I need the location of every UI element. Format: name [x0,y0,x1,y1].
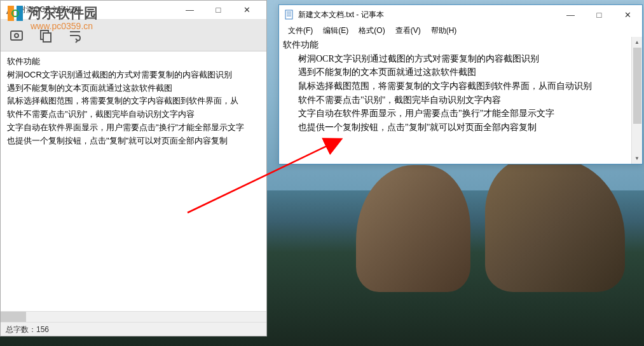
close-button[interactable]: ✕ [613,6,642,24]
ocr-line: 遇到不能复制的文本页面就通过这款软件截图 [7,82,260,95]
vertical-scrollbar[interactable]: ▲ ▼ [631,37,642,164]
np-line: 文字自动在软件界面显示，用户需要点击"换行"才能全部显示文字 [283,107,638,121]
ocr-toolbar [1,20,266,51]
svg-rect-5 [285,10,292,19]
menu-view[interactable]: 查看(V) [390,24,426,37]
ocr-line: 树洞OCR文字识别通过截图的方式对需要复制的内容截图识别 [7,69,260,82]
scrollbar-thumb[interactable] [633,48,641,124]
menu-format[interactable]: 格式(O) [353,24,390,37]
scroll-down-icon[interactable]: ▼ [632,153,642,164]
ocr-line: 文字自动在软件界面显示，用户需要点击"换行"才能全部显示文字 [7,121,260,135]
wrap-button[interactable] [62,22,88,49]
np-heading: 软件功能 [283,38,638,52]
horizontal-scrollbar[interactable] [1,311,266,322]
svg-point-2 [15,34,18,37]
notepad-text-area[interactable]: 软件功能 树洞OCR文字识别通过截图的方式对需要复制的内容截图识别 遇到不能复制… [279,37,642,164]
ocr-line: 鼠标选择截图范围，将需要复制的文字内容截图到软件界面，从 [7,95,260,108]
np-line: 树洞OCR文字识别通过截图的方式对需要复制的内容截图识别 [283,52,638,66]
minimize-button[interactable]: — [175,1,204,19]
screenshot-icon [9,28,24,43]
copy-button[interactable] [32,22,59,49]
notepad-titlebar[interactable]: 新建文本文档.txt - 记事本 — □ ✕ [279,5,642,24]
maximize-button[interactable]: □ [585,6,613,24]
minimize-button[interactable]: — [556,6,585,24]
scrollbar-thumb[interactable] [1,312,26,322]
menu-help[interactable]: 帮助(H) [426,24,462,37]
close-button[interactable]: ✕ [233,1,261,19]
word-count-value: 156 [36,325,49,334]
np-line: 鼠标选择截图范围，将需要复制的文字内容截图到软件界面，从而自动识别 [283,79,638,93]
notepad-window-title: 新建文本文档.txt - 记事本 [298,10,556,20]
np-line: 也提供一个复制按钮，点击"复制"就可以对页面全部内容复制 [283,121,638,135]
notepad-window: 新建文本文档.txt - 记事本 — □ ✕ 文件(F) 编辑(E) 格式(O)… [278,4,643,164]
menu-file[interactable]: 文件(F) [283,24,318,37]
screenshot-button[interactable] [3,22,30,49]
notepad-menubar: 文件(F) 编辑(E) 格式(O) 查看(V) 帮助(H) [279,24,642,37]
ocr-heading: 软件功能 [7,55,260,69]
maximize-button[interactable]: □ [204,1,233,19]
wrap-icon [67,28,83,43]
ocr-titlebar[interactable]: 树洞OCR文字识别 — □ ✕ [1,1,266,20]
ocr-app-icon [6,6,15,15]
ocr-window-title: 树洞OCR文字识别 [18,4,175,15]
menu-edit[interactable]: 编辑(E) [318,24,353,37]
ocr-app-window: 树洞OCR文字识别 — □ ✕ 软件功能 树洞OCR文字识别通过截图的方式对需要… [0,0,267,336]
ocr-line: 软件不需要点击"识别"，截图完毕自动识别文字内容 [7,108,260,121]
copy-icon [38,28,53,43]
notepad-app-icon [284,10,294,20]
ocr-line: 也提供一个复制按钮，点击"复制"就可以对页面全部内容复制 [7,135,260,148]
svg-rect-1 [11,31,22,40]
np-line: 软件不需要点击"识别"，截图完毕自动识别文字内容 [283,93,638,107]
ocr-statusbar: 总字数：156 [1,322,266,336]
scroll-up-icon[interactable]: ▲ [632,37,642,48]
word-count-label: 总字数： [6,325,36,334]
svg-rect-4 [43,33,51,42]
ocr-text-area[interactable]: 软件功能 树洞OCR文字识别通过截图的方式对需要复制的内容截图识别 遇到不能复制… [1,51,266,311]
np-line: 遇到不能复制的文本页面就通过这款软件截图 [283,65,638,79]
